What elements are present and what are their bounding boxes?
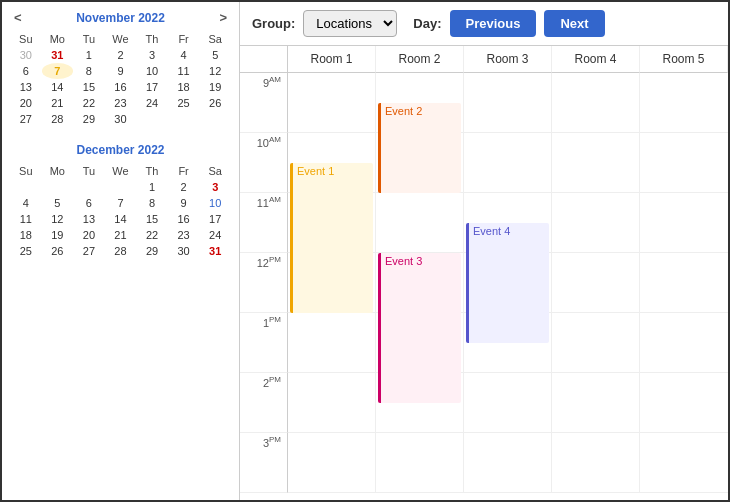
cal-day-cell[interactable]: 14 — [105, 211, 137, 227]
cal-day-cell[interactable]: 25 — [10, 243, 42, 259]
time-label-0: 9AM — [240, 73, 288, 133]
cal-day-cell[interactable]: 6 — [10, 63, 42, 79]
cal-day-cell[interactable]: 1 — [73, 47, 105, 63]
cal-day-cell[interactable]: 7 — [42, 63, 74, 79]
cal-day-cell[interactable]: 19 — [42, 227, 74, 243]
cal-day-cell[interactable]: 29 — [136, 243, 168, 259]
cal-day-cell[interactable]: 12 — [42, 211, 74, 227]
cal-day-cell[interactable]: 21 — [105, 227, 137, 243]
cal-day-cell[interactable]: 18 — [10, 227, 42, 243]
cal-day-cell[interactable]: 18 — [168, 79, 200, 95]
cal-day-cell[interactable]: 30 — [168, 243, 200, 259]
cal-day-cell[interactable]: 31 — [199, 243, 231, 259]
group-select[interactable]: Locations — [303, 10, 397, 37]
cal-day-cell[interactable]: 9 — [168, 195, 200, 211]
cal-day-cell[interactable]: 30 — [10, 47, 42, 63]
time-label-2: 11AM — [240, 193, 288, 253]
cell-2-5 — [640, 193, 728, 253]
cal-day-cell[interactable]: 17 — [199, 211, 231, 227]
cal-day-cell[interactable]: 30 — [105, 111, 137, 127]
cal-day-cell[interactable]: 29 — [73, 111, 105, 127]
cell-3-4 — [552, 253, 640, 313]
cal-day-cell[interactable]: 17 — [136, 79, 168, 95]
room-header-1: Room 1 — [288, 46, 376, 73]
cal-day-cell[interactable]: 3 — [199, 179, 231, 195]
toolbar: Group: Locations Day: Previous Next — [240, 2, 728, 46]
cell-5-5 — [640, 373, 728, 433]
cal-day-cell[interactable]: 25 — [168, 95, 200, 111]
schedule-area[interactable]: Room 1Room 2Room 3Room 4Room 59AMEvent 2… — [240, 46, 728, 500]
cal-day-cell — [136, 111, 168, 127]
group-label: Group: — [252, 16, 295, 31]
cell-4-4 — [552, 313, 640, 373]
cal-day-cell[interactable]: 24 — [199, 227, 231, 243]
cal-day-cell[interactable]: 13 — [73, 211, 105, 227]
cell-0-1 — [288, 73, 376, 133]
cal-day-cell[interactable]: 28 — [42, 111, 74, 127]
next-button[interactable]: Next — [544, 10, 604, 37]
cal-day-cell[interactable]: 5 — [42, 195, 74, 211]
cal-day-cell[interactable]: 8 — [73, 63, 105, 79]
cell-3-2: Event 3 — [376, 253, 464, 313]
room-header-2: Room 2 — [376, 46, 464, 73]
cal-day-cell[interactable]: 11 — [10, 211, 42, 227]
cal-day-cell[interactable]: 21 — [42, 95, 74, 111]
cal-day-cell[interactable]: 27 — [73, 243, 105, 259]
cal-day-cell[interactable]: 23 — [168, 227, 200, 243]
cell-1-4 — [552, 133, 640, 193]
event-event3[interactable]: Event 3 — [378, 253, 461, 403]
cell-5-1 — [288, 373, 376, 433]
event-event4[interactable]: Event 4 — [466, 223, 549, 343]
cal-day-header: We — [105, 31, 137, 47]
cal-day-cell[interactable]: 10 — [199, 195, 231, 211]
cal-day-cell[interactable]: 15 — [136, 211, 168, 227]
cal-day-cell[interactable]: 16 — [168, 211, 200, 227]
cal-day-cell[interactable]: 19 — [199, 79, 231, 95]
cal-day-cell[interactable]: 22 — [73, 95, 105, 111]
cal-day-cell[interactable]: 4 — [10, 195, 42, 211]
event-event2[interactable]: Event 2 — [378, 103, 461, 193]
time-header — [240, 46, 288, 73]
cal-day-cell[interactable]: 4 — [168, 47, 200, 63]
cal-day-cell[interactable]: 1 — [136, 179, 168, 195]
cell-0-5 — [640, 73, 728, 133]
cal-next-button[interactable]: > — [215, 10, 231, 25]
previous-button[interactable]: Previous — [450, 10, 537, 37]
cal-day-cell[interactable]: 31 — [42, 47, 74, 63]
cal-day-cell[interactable]: 6 — [73, 195, 105, 211]
cal-day-cell[interactable]: 12 — [199, 63, 231, 79]
cal-day-cell[interactable]: 10 — [136, 63, 168, 79]
cal-day-cell[interactable]: 24 — [136, 95, 168, 111]
cal-day-cell[interactable]: 2 — [168, 179, 200, 195]
cal-day-cell[interactable]: 22 — [136, 227, 168, 243]
cal-day-cell[interactable]: 28 — [105, 243, 137, 259]
cal-day-cell — [42, 179, 74, 195]
cal-day-cell[interactable]: 15 — [73, 79, 105, 95]
cal-day-cell[interactable]: 11 — [168, 63, 200, 79]
cell-5-4 — [552, 373, 640, 433]
cal-day-cell[interactable]: 8 — [136, 195, 168, 211]
cal-prev-button[interactable]: < — [10, 10, 26, 25]
cal-day-cell[interactable]: 9 — [105, 63, 137, 79]
cal-day-cell — [73, 179, 105, 195]
cal-day-cell[interactable]: 23 — [105, 95, 137, 111]
cal-day-cell[interactable]: 20 — [10, 95, 42, 111]
cal-day-cell[interactable]: 2 — [105, 47, 137, 63]
cal-day-cell[interactable]: 20 — [73, 227, 105, 243]
cal-day-cell[interactable]: 5 — [199, 47, 231, 63]
cal-day-header: Th — [136, 163, 168, 179]
cal-day-cell[interactable]: 27 — [10, 111, 42, 127]
cal-day-cell[interactable]: 3 — [136, 47, 168, 63]
cal-day-cell[interactable]: 14 — [42, 79, 74, 95]
cal-day-cell[interactable]: 7 — [105, 195, 137, 211]
cal-day-cell[interactable]: 26 — [42, 243, 74, 259]
event-event1[interactable]: Event 1 — [290, 163, 373, 313]
time-label-4: 1PM — [240, 313, 288, 373]
cal-day-cell — [105, 179, 137, 195]
time-label-3: 12PM — [240, 253, 288, 313]
cell-5-3 — [464, 373, 552, 433]
cal-day-cell[interactable]: 16 — [105, 79, 137, 95]
cell-1-5 — [640, 133, 728, 193]
cal-day-cell[interactable]: 13 — [10, 79, 42, 95]
cal-day-cell[interactable]: 26 — [199, 95, 231, 111]
